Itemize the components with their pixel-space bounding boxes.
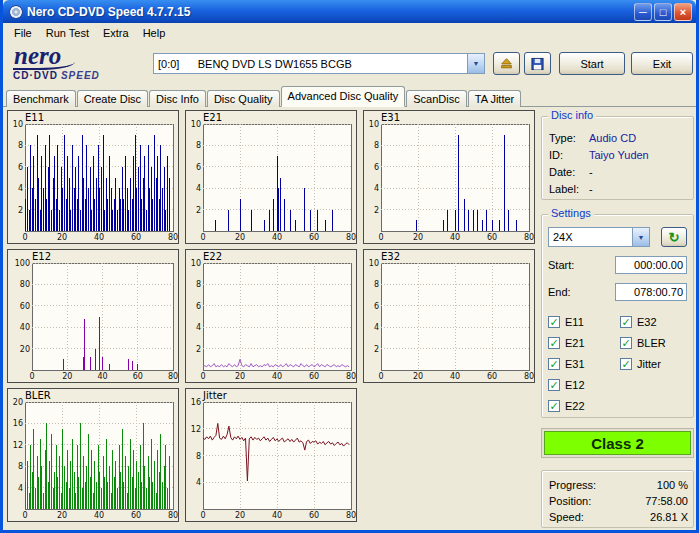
start-field-row: Start: 000:00.00 <box>548 256 687 274</box>
checkbox-box-jitter[interactable]: ✓ <box>620 358 632 370</box>
svg-text:8: 8 <box>374 141 379 150</box>
refresh-button[interactable]: ↻ <box>661 227 687 247</box>
start-button[interactable]: Start <box>559 52 625 75</box>
checkbox-e22[interactable]: ✓E22 <box>548 395 620 416</box>
drive-select[interactable]: [0:0] BENQ DVD LS DW1655 BCGB ▼ <box>153 53 485 74</box>
menu-run-test[interactable]: Run Test <box>39 26 96 40</box>
checkbox-e11[interactable]: ✓E11 <box>548 311 620 332</box>
status-value: 26.81 X <box>650 511 688 523</box>
status-label: Position: <box>549 495 591 507</box>
menu-help[interactable]: Help <box>136 26 173 40</box>
tab-disc-quality[interactable]: Disc Quality <box>207 90 280 107</box>
svg-text:16: 16 <box>13 419 23 428</box>
exit-button[interactable]: Exit <box>631 52 693 75</box>
chart-e21: 108642020406080E21 <box>185 110 357 244</box>
chart-e11: 108642020406080E11 <box>7 110 179 244</box>
svg-text:Jitter: Jitter <box>202 390 228 401</box>
svg-text:60: 60 <box>131 233 141 242</box>
svg-text:60: 60 <box>131 511 141 520</box>
chevron-down-icon[interactable]: ▼ <box>632 228 649 246</box>
close-button[interactable]: × <box>674 3 692 21</box>
maximize-button[interactable]: □ <box>654 3 672 21</box>
svg-text:E11: E11 <box>25 112 44 123</box>
tab-benchmark[interactable]: Benchmark <box>6 90 76 107</box>
svg-text:2: 2 <box>196 206 201 215</box>
tab-ta-jitter[interactable]: TA Jitter <box>468 90 522 107</box>
checkbox-label: E12 <box>565 379 585 391</box>
quality-class-badge: Class 2 <box>544 431 691 455</box>
checkbox-e21[interactable]: ✓E21 <box>548 332 620 353</box>
checkbox-box-bler[interactable]: ✓ <box>620 337 632 349</box>
svg-text:20: 20 <box>413 372 423 381</box>
minimize-button[interactable]: ─ <box>634 3 652 21</box>
svg-text:20: 20 <box>62 372 72 381</box>
svg-text:60: 60 <box>487 372 497 381</box>
checkbox-box-e32[interactable]: ✓ <box>620 316 632 328</box>
svg-text:0: 0 <box>200 372 205 381</box>
svg-text:40: 40 <box>272 511 282 520</box>
disc-info-row-date-: Date:- <box>549 163 686 180</box>
svg-text:4: 4 <box>196 323 201 332</box>
nero-brand-text: nero <box>13 43 75 70</box>
svg-text:4: 4 <box>18 484 23 493</box>
checkbox-box-e12[interactable]: ✓ <box>548 379 560 391</box>
tab-scandisc[interactable]: ScanDisc <box>406 90 466 107</box>
title-bar[interactable]: Nero CD-DVD Speed 4.7.7.15 ─ □ × <box>3 0 696 23</box>
status-rows: Progress:100 %Position:77:58.00Speed:26.… <box>549 477 688 525</box>
chart-bler: 20161284020406080BLER <box>7 388 179 522</box>
app-icon <box>9 5 23 19</box>
logo-cd-dvd: CD·DVD <box>13 70 58 81</box>
checkbox-e12[interactable]: ✓E12 <box>548 374 620 395</box>
svg-text:80: 80 <box>524 233 534 242</box>
eject-button[interactable] <box>493 52 520 75</box>
svg-text:4: 4 <box>374 184 379 193</box>
svg-text:8: 8 <box>196 280 201 289</box>
save-screenshot-button[interactable] <box>524 52 551 75</box>
svg-text:80: 80 <box>168 511 178 520</box>
chart-plot-e21: 108642020406080E21 <box>186 111 356 243</box>
checkbox-bler[interactable]: ✓BLER <box>620 332 686 353</box>
svg-text:0: 0 <box>378 233 383 242</box>
svg-text:BLER: BLER <box>25 390 51 401</box>
checkbox-label: E11 <box>565 316 584 328</box>
tab-create-disc[interactable]: Create Disc <box>77 90 148 107</box>
main-content: 108642020406080E11108642020406080E211086… <box>3 106 696 530</box>
svg-text:6: 6 <box>196 302 201 311</box>
checkbox-box-e31[interactable]: ✓ <box>548 358 560 370</box>
status-label: Progress: <box>549 479 596 491</box>
minimize-icon: ─ <box>639 6 647 18</box>
tab-advanced-disc-quality[interactable]: Advanced Disc Quality <box>281 86 406 107</box>
svg-text:0: 0 <box>22 511 27 520</box>
svg-text:E22: E22 <box>203 251 222 262</box>
svg-text:0: 0 <box>200 233 205 242</box>
svg-text:8: 8 <box>196 452 201 461</box>
status-label: Speed: <box>549 511 584 523</box>
svg-text:20: 20 <box>57 511 67 520</box>
checkbox-e32[interactable]: ✓E32 <box>620 311 686 332</box>
svg-text:4: 4 <box>18 184 23 193</box>
tab-disc-info[interactable]: Disc Info <box>149 90 206 107</box>
chevron-down-icon[interactable]: ▼ <box>467 54 484 73</box>
tab-strip: BenchmarkCreate DiscDisc InfoDisc Qualit… <box>3 86 696 107</box>
disc-info-label: Label: <box>549 183 589 195</box>
checkbox-box-e11[interactable]: ✓ <box>548 316 560 328</box>
menu-file[interactable]: File <box>7 26 39 40</box>
start-position-field[interactable]: 000:00.00 <box>615 256 687 274</box>
speed-select[interactable]: 24X ▼ <box>548 227 650 247</box>
svg-text:60: 60 <box>20 302 30 311</box>
window-controls: ─ □ × <box>634 3 692 21</box>
checkbox-jitter[interactable]: ✓Jitter <box>620 353 686 374</box>
svg-text:10: 10 <box>369 120 379 129</box>
svg-text:20: 20 <box>413 233 423 242</box>
svg-text:10: 10 <box>191 120 201 129</box>
checkbox-box-e22[interactable]: ✓ <box>548 400 560 412</box>
checkbox-e31[interactable]: ✓E31 <box>548 353 620 374</box>
end-position-field[interactable]: 078:00.70 <box>615 283 687 301</box>
menu-extra[interactable]: Extra <box>96 26 136 40</box>
svg-text:20: 20 <box>13 398 23 407</box>
disc-info-label: Date: <box>549 166 589 178</box>
quality-class-frame: Class 2 <box>541 428 694 458</box>
checkbox-box-e21[interactable]: ✓ <box>548 337 560 349</box>
svg-text:E12: E12 <box>32 251 51 262</box>
maximize-icon: □ <box>660 6 667 18</box>
